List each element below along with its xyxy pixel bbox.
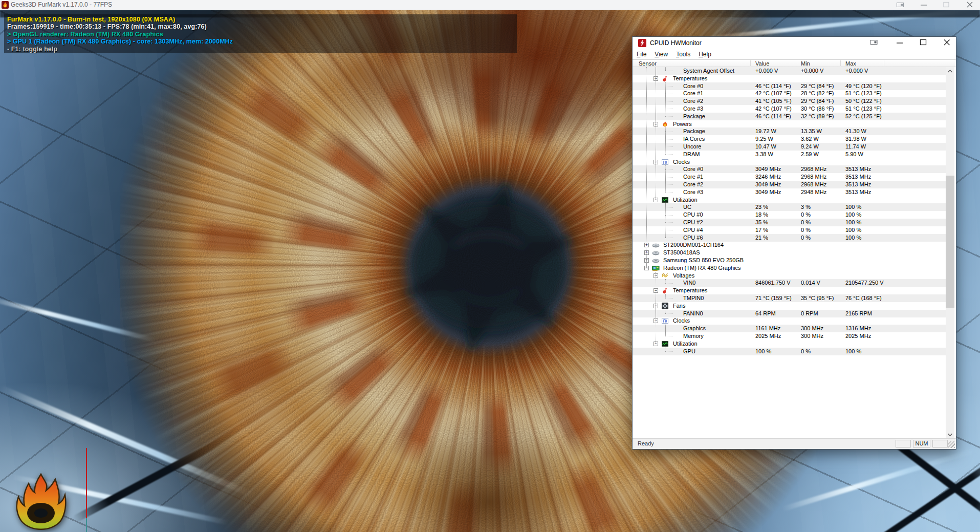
sensor-label: CPU #2 (683, 219, 703, 225)
sensor-label: TMPIN0 (683, 295, 704, 301)
device-row[interactable]: +ST3500418AS (633, 249, 946, 257)
sensor-value: 3049 MHz (755, 166, 781, 172)
sensor-row[interactable]: System Agent Offset+0.000 V+0.000 V+0.00… (633, 67, 946, 75)
column-separator[interactable] (884, 60, 884, 66)
sensor-row[interactable]: CPU #621 %0 %100 % (633, 234, 946, 242)
sensor-value: 2025 MHz (755, 333, 781, 339)
sensor-row[interactable]: Core #33049 MHz2948 MHz3513 MHz (633, 188, 946, 196)
column-separator[interactable] (750, 60, 751, 66)
sensor-value: 3.38 W (755, 151, 773, 157)
maximize-icon[interactable] (918, 38, 928, 48)
tree-line (665, 238, 672, 238)
device-row[interactable]: +ST2000DM001-1CH164 (633, 241, 946, 249)
device-row[interactable]: +Samsung SSD 850 EVO 250GB (633, 257, 946, 264)
sensor-label: Core #3 (683, 189, 703, 195)
maximize-icon[interactable] (942, 1, 951, 9)
sensor-max: 51 °C (123 °F) (845, 105, 882, 112)
sensor-row[interactable]: Core #03049 MHz2968 MHz3513 MHz (633, 165, 946, 173)
tree-line (665, 313, 672, 314)
hwmonitor-titlebar[interactable]: CPUID HWMonitor (633, 37, 956, 49)
sensor-max: +0.000 V (845, 68, 868, 74)
sensor-group-row[interactable]: −Fans (633, 302, 946, 310)
column-separator[interactable] (795, 60, 795, 66)
furmark-flame-icon (2, 1, 9, 9)
sensor-group-row[interactable]: −Voltages (633, 272, 946, 280)
sensor-group-row[interactable]: −Temperatures (633, 287, 946, 294)
sensor-row[interactable]: CPU #417 %0 %100 % (633, 226, 946, 234)
sensor-row[interactable]: Memory2025 MHz300 MHz2025 MHz (633, 332, 946, 340)
sensor-row[interactable]: IA Cores9.25 W3.62 W31.98 W (633, 135, 946, 143)
sensor-group-row[interactable]: −Utilization (633, 196, 946, 204)
sensor-label: CPU #6 (683, 235, 703, 241)
sensor-group-row[interactable]: −Clocks (633, 317, 946, 325)
tree-line (665, 230, 672, 230)
resize-grip-icon[interactable] (948, 441, 955, 448)
close-icon[interactable] (942, 38, 952, 48)
osd-line-1: FurMark v1.17.0.0 - Burn-in test, 1920x1… (7, 16, 517, 23)
sensor-row[interactable]: FANIN064 RPM0 RPM2165 RPM (633, 310, 946, 317)
column-separator[interactable] (840, 60, 841, 66)
sensor-min: 13.35 W (801, 128, 822, 134)
sensor-value: 46 °C (114 °F) (755, 83, 791, 89)
sensor-group-row[interactable]: −Powers (633, 120, 946, 128)
column-header-sensor[interactable]: Sensor (639, 60, 657, 67)
column-header-value[interactable]: Value (755, 60, 769, 67)
menu-file[interactable]: File (633, 49, 650, 59)
hwmonitor-window-title: CPUID HWMonitor (650, 39, 702, 47)
sensor-label: System Agent Offset (683, 68, 734, 74)
sensor-group-row[interactable]: −Clocks (633, 158, 946, 166)
sensor-row[interactable]: Core #241 °C (105 °F)29 °C (84 °F)50 °C … (633, 97, 946, 105)
menu-view[interactable]: View (650, 49, 672, 59)
tree-line (665, 348, 666, 351)
vertical-scrollbar[interactable] (946, 67, 954, 439)
display-icon[interactable] (896, 1, 905, 9)
minimize-icon[interactable] (919, 1, 928, 9)
menu-help[interactable]: Help (694, 49, 715, 59)
tree-line (665, 310, 666, 313)
num-lock-indicator: NUM (913, 440, 930, 448)
sensor-row[interactable]: DRAM3.38 W2.59 W5.90 W (633, 151, 946, 158)
sensor-row[interactable]: Package19.72 W13.35 W41.30 W (633, 127, 946, 135)
column-header-max[interactable]: Max (845, 60, 856, 67)
sensor-min: +0.000 V (801, 68, 823, 74)
display-icon[interactable] (869, 38, 879, 48)
sensor-row[interactable]: CPU #018 %0 %100 % (633, 211, 946, 219)
sensor-group-row[interactable]: −Utilization (633, 340, 946, 348)
close-icon[interactable] (965, 1, 974, 9)
lightning-icon (638, 39, 646, 47)
sensor-max: 31.98 W (845, 136, 866, 142)
sensor-value: 41 °C (105 °F) (755, 98, 792, 104)
sensor-label: GPU (683, 348, 695, 354)
tree-line (665, 294, 666, 298)
scroll-up-icon[interactable] (946, 67, 954, 76)
sensor-group-row[interactable]: −Temperatures (633, 75, 946, 82)
sensor-value: 846061.750 V (755, 280, 791, 286)
sensor-row[interactable]: Core #046 °C (114 °F)29 °C (84 °F)49 °C … (633, 82, 946, 90)
scrollbar-thumb[interactable] (946, 176, 954, 308)
sensor-row[interactable]: TMPIN071 °C (159 °F)35 °C (95 °F)76 °C (… (633, 294, 946, 302)
column-header-min[interactable]: Min (801, 60, 810, 67)
menu-tools[interactable]: Tools (672, 49, 694, 59)
sensor-max: 49 °C (120 °F) (845, 83, 882, 89)
sensor-row[interactable]: UC23 %3 %100 % (633, 203, 946, 211)
sensor-row[interactable]: Core #23049 MHz2968 MHz3513 MHz (633, 181, 946, 188)
tree-line (665, 336, 672, 336)
sensor-label: Clocks (673, 317, 690, 324)
minimize-icon[interactable] (895, 38, 905, 48)
sensor-row[interactable]: GPU100 %0 %100 % (633, 348, 946, 355)
scroll-down-icon[interactable] (946, 430, 954, 439)
sensor-row[interactable]: CPU #235 %0 %100 % (633, 219, 946, 226)
sensor-row[interactable]: VIN0846061.750 V0.014 V2105477.250 V (633, 279, 946, 287)
voltage-icon (662, 272, 668, 279)
status-text: Ready (638, 440, 654, 446)
sensor-row[interactable]: Graphics1161 MHz300 MHz1316 MHz (633, 325, 946, 332)
sensor-row[interactable]: Core #142 °C (107 °F)28 °C (82 °F)51 °C … (633, 90, 946, 97)
sensor-row[interactable]: Core #342 °C (107 °F)30 °C (86 °F)51 °C … (633, 105, 946, 113)
utilization-icon (662, 341, 668, 347)
clocks-icon (662, 317, 668, 324)
sensor-row[interactable]: Package46 °C (114 °F)32 °C (89 °F)52 °C … (633, 113, 946, 120)
device-row[interactable]: −Radeon (TM) RX 480 Graphics (633, 264, 946, 272)
sensor-row[interactable]: Core #13246 MHz2968 MHz3513 MHz (633, 173, 946, 181)
sensor-row[interactable]: Uncore10.47 W9.24 W11.74 W (633, 143, 946, 151)
sensor-label: Voltages (673, 272, 694, 279)
